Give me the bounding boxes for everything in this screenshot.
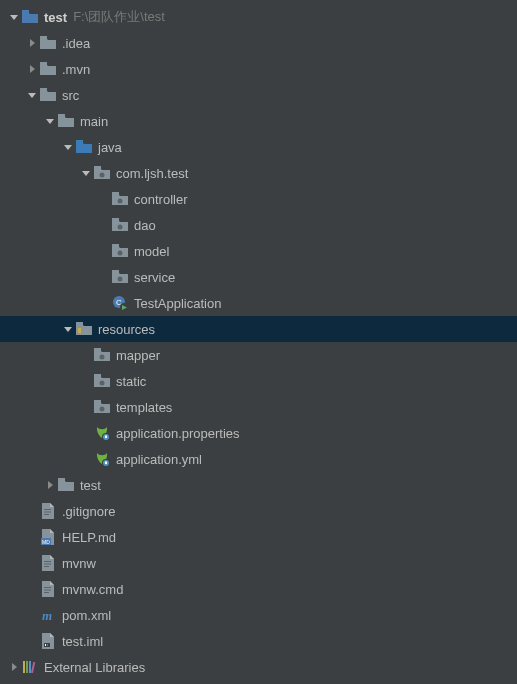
package-icon — [94, 165, 110, 181]
tree-item[interactable]: service — [0, 264, 517, 290]
arrow-spacer — [26, 531, 38, 543]
folder-icon — [58, 477, 74, 493]
arrow-spacer — [80, 427, 92, 439]
tree-item[interactable]: application.properties — [0, 420, 517, 446]
svg-rect-20 — [78, 328, 81, 333]
file-md-icon: MD — [40, 529, 56, 545]
tree-item-label: com.ljsh.test — [116, 166, 188, 181]
svg-point-11 — [118, 225, 123, 230]
arrow-spacer — [98, 245, 110, 257]
tree-item[interactable]: External Libraries — [0, 654, 517, 680]
svg-rect-8 — [112, 192, 119, 195]
svg-rect-10 — [112, 218, 119, 221]
tree-item-label: templates — [116, 400, 172, 415]
file-maven-icon: m — [40, 607, 56, 623]
tree-item-label: service — [134, 270, 175, 285]
tree-item[interactable]: application.yml — [0, 446, 517, 472]
chevron-right-icon[interactable] — [8, 661, 20, 673]
arrow-spacer — [98, 219, 110, 231]
arrow-spacer — [26, 505, 38, 517]
package-icon — [112, 191, 128, 207]
tree-item-label: mvnw — [62, 556, 96, 571]
tree-item[interactable]: .gitignore — [0, 498, 517, 524]
tree-item-label: .idea — [62, 36, 90, 51]
file-icon — [40, 503, 56, 519]
arrow-spacer — [98, 297, 110, 309]
folder-icon — [40, 61, 56, 77]
tree-item-label: application.yml — [116, 452, 202, 467]
chevron-right-icon[interactable] — [26, 63, 38, 75]
svg-rect-38 — [44, 564, 51, 565]
chevron-down-icon[interactable] — [62, 323, 74, 335]
tree-item[interactable]: main — [0, 108, 517, 134]
tree-item[interactable]: resources — [0, 316, 517, 342]
arrow-spacer — [80, 375, 92, 387]
spring-prop-icon — [94, 425, 110, 441]
tree-item[interactable]: test — [0, 472, 517, 498]
class-run-icon: C — [112, 295, 128, 311]
tree-item-label: controller — [134, 192, 187, 207]
tree-item[interactable]: templates — [0, 394, 517, 420]
tree-item[interactable]: com.ljsh.test — [0, 160, 517, 186]
tree-item-label: HELP.md — [62, 530, 116, 545]
chevron-down-icon[interactable] — [8, 11, 20, 23]
package-icon — [112, 243, 128, 259]
chevron-down-icon[interactable] — [80, 167, 92, 179]
tree-item-label: dao — [134, 218, 156, 233]
tree-item-label: java — [98, 140, 122, 155]
chevron-right-icon[interactable] — [26, 37, 38, 49]
svg-rect-4 — [58, 114, 65, 117]
svg-point-7 — [100, 173, 105, 178]
svg-rect-39 — [44, 566, 49, 567]
chevron-down-icon[interactable] — [62, 141, 74, 153]
tree-item[interactable]: mvnw.cmd — [0, 576, 517, 602]
svg-rect-25 — [94, 400, 101, 403]
arrow-spacer — [80, 401, 92, 413]
tree-item[interactable]: static — [0, 368, 517, 394]
tree-item[interactable]: .idea — [0, 30, 517, 56]
svg-rect-31 — [58, 478, 65, 481]
tree-item[interactable]: mapper — [0, 342, 517, 368]
tree-item-label: .mvn — [62, 62, 90, 77]
svg-rect-48 — [26, 661, 28, 673]
svg-point-24 — [100, 381, 105, 386]
arrow-spacer — [26, 609, 38, 621]
tree-item[interactable]: src — [0, 82, 517, 108]
tree-item[interactable]: test.iml — [0, 628, 517, 654]
svg-rect-40 — [44, 587, 51, 588]
tree-item-label: resources — [98, 322, 155, 337]
svg-text:m: m — [42, 608, 52, 623]
tree-item[interactable]: MDHELP.md — [0, 524, 517, 550]
svg-rect-6 — [94, 166, 101, 169]
svg-rect-3 — [40, 88, 47, 91]
file-idea-icon — [40, 633, 56, 649]
chevron-right-icon[interactable] — [44, 479, 56, 491]
svg-rect-45 — [45, 644, 46, 646]
tree-item[interactable]: mvnw — [0, 550, 517, 576]
chevron-down-icon[interactable] — [44, 115, 56, 127]
svg-rect-37 — [44, 561, 51, 562]
package-icon — [112, 217, 128, 233]
tree-item[interactable]: mpom.xml — [0, 602, 517, 628]
tree-item-label: mapper — [116, 348, 160, 363]
tree-item[interactable]: dao — [0, 212, 517, 238]
tree-item-label: main — [80, 114, 108, 129]
tree-item[interactable]: java — [0, 134, 517, 160]
tree-item-label: application.properties — [116, 426, 240, 441]
tree-item[interactable]: testF:\团队作业\test — [0, 4, 517, 30]
svg-rect-21 — [94, 348, 101, 351]
tree-item[interactable]: .mvn — [0, 56, 517, 82]
tree-item-label: test.iml — [62, 634, 103, 649]
chevron-down-icon[interactable] — [26, 89, 38, 101]
tree-item-label: TestApplication — [134, 296, 221, 311]
svg-rect-47 — [23, 661, 25, 673]
svg-rect-41 — [44, 590, 51, 591]
tree-item[interactable]: controller — [0, 186, 517, 212]
arrow-spacer — [26, 557, 38, 569]
tree-item-label: pom.xml — [62, 608, 111, 623]
folder-icon — [40, 35, 56, 51]
arrow-spacer — [80, 349, 92, 361]
tree-item[interactable]: model — [0, 238, 517, 264]
tree-item[interactable]: CTestApplication — [0, 290, 517, 316]
svg-rect-2 — [40, 62, 47, 65]
